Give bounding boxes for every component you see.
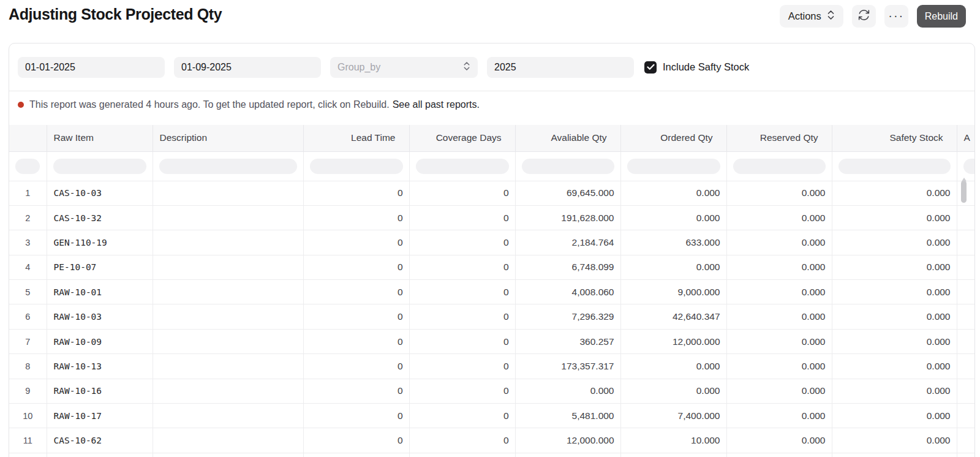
past-reports-link[interactable]: See all past reports.: [393, 99, 480, 110]
cell-avaliable-qty[interactable]: 69,645.000: [515, 181, 620, 205]
include-safety-stock-toggle[interactable]: Include Safty Stock: [644, 61, 749, 74]
cell-safety-stock[interactable]: 0.000: [832, 354, 957, 379]
cell-ordered-qty[interactable]: [620, 453, 726, 457]
cell-safety-stock[interactable]: 0.000: [832, 255, 957, 279]
cell-safety-stock[interactable]: 0.000: [832, 304, 957, 329]
cell-reserved-qty[interactable]: 0.000: [726, 280, 832, 304]
cell-safety-stock[interactable]: 0.000: [832, 205, 957, 230]
cell-lead-time[interactable]: [303, 453, 409, 457]
cell-coverage-days[interactable]: 0: [409, 181, 515, 205]
column-filter-input[interactable]: [15, 159, 40, 174]
to-date-input[interactable]: [174, 57, 321, 78]
cell-a[interactable]: [957, 404, 974, 428]
cell-description[interactable]: [153, 379, 303, 403]
cell-avaliable-qty[interactable]: 2,184.764: [515, 230, 620, 255]
cell-safety-stock[interactable]: 0.000: [832, 379, 957, 403]
column-header-coverage-days[interactable]: Coverage Days: [409, 125, 515, 151]
cell-reserved-qty[interactable]: [726, 453, 832, 457]
cell-ordered-qty[interactable]: 0.000: [620, 205, 726, 230]
column-header-safety-stock[interactable]: Safety Stock: [832, 125, 957, 151]
cell-raw-item[interactable]: RAW-10-16: [47, 379, 153, 403]
cell-coverage-days[interactable]: 0: [409, 428, 515, 453]
cell-raw-item[interactable]: [47, 453, 153, 457]
cell-reserved-qty[interactable]: 0.000: [726, 255, 832, 279]
column-filter-input[interactable]: [522, 159, 614, 174]
rebuild-button[interactable]: Rebuild: [917, 5, 966, 28]
cell-lead-time[interactable]: 0: [303, 255, 409, 279]
cell-description[interactable]: [153, 230, 303, 255]
cell-raw-item[interactable]: PE-10-07: [47, 255, 153, 279]
cell-a[interactable]: [957, 304, 974, 329]
cell-raw-item[interactable]: CAS-10-03: [47, 181, 153, 205]
cell-avaliable-qty[interactable]: 5,481.000: [515, 404, 620, 428]
cell-reserved-qty[interactable]: 0.000: [726, 379, 832, 403]
cell-a[interactable]: [957, 428, 974, 453]
cell-coverage-days[interactable]: 0: [409, 304, 515, 329]
column-filter-input[interactable]: [963, 159, 975, 174]
cell-description[interactable]: [153, 354, 303, 379]
cell-reserved-qty[interactable]: 0.000: [726, 404, 832, 428]
column-filter-input[interactable]: [159, 159, 297, 174]
cell-safety-stock[interactable]: 0.000: [832, 280, 957, 304]
cell-lead-time[interactable]: 0: [303, 181, 409, 205]
cell-avaliable-qty[interactable]: [515, 453, 620, 457]
cell-coverage-days[interactable]: 0: [409, 354, 515, 379]
cell-ordered-qty[interactable]: 42,640.347: [620, 304, 726, 329]
cell-ordered-qty[interactable]: 633.000: [620, 230, 726, 255]
cell-avaliable-qty[interactable]: 4,008.060: [515, 280, 620, 304]
column-filter-input[interactable]: [310, 159, 403, 174]
cell-ordered-qty[interactable]: 0.000: [620, 354, 726, 379]
cell-lead-time[interactable]: 0: [303, 428, 409, 453]
cell-coverage-days[interactable]: 0: [409, 230, 515, 255]
year-input[interactable]: [487, 57, 634, 78]
cell-coverage-days[interactable]: 0: [409, 280, 515, 304]
cell-safety-stock[interactable]: [832, 453, 957, 457]
cell-avaliable-qty[interactable]: 173,357.317: [515, 354, 620, 379]
cell-safety-stock[interactable]: 0.000: [832, 230, 957, 255]
cell-lead-time[interactable]: 0: [303, 404, 409, 428]
cell-ordered-qty[interactable]: 0.000: [620, 181, 726, 205]
cell-safety-stock[interactable]: 0.000: [832, 329, 957, 353]
cell-raw-item[interactable]: RAW-10-13: [47, 354, 153, 379]
cell-raw-item[interactable]: RAW-10-09: [47, 329, 153, 353]
column-header-a[interactable]: A: [957, 125, 974, 151]
cell-reserved-qty[interactable]: 0.000: [726, 230, 832, 255]
cell-ordered-qty[interactable]: 0.000: [620, 255, 726, 279]
refresh-button[interactable]: [852, 5, 876, 28]
cell-lead-time[interactable]: 0: [303, 354, 409, 379]
column-filter-input[interactable]: [627, 159, 720, 174]
cell-avaliable-qty[interactable]: 191,628.000: [515, 205, 620, 230]
cell-a[interactable]: [957, 255, 974, 279]
cell-raw-item[interactable]: RAW-10-03: [47, 304, 153, 329]
cell-reserved-qty[interactable]: 0.000: [726, 181, 832, 205]
column-header-lead-time[interactable]: Lead Time: [303, 125, 409, 151]
more-options-button[interactable]: ···: [884, 5, 908, 28]
include-safety-stock-checkbox[interactable]: [644, 61, 657, 74]
column-filter-input[interactable]: [839, 159, 951, 174]
cell-safety-stock[interactable]: 0.000: [832, 404, 957, 428]
cell-a[interactable]: [957, 354, 974, 379]
cell-reserved-qty[interactable]: 0.000: [726, 205, 832, 230]
cell-description[interactable]: [153, 280, 303, 304]
cell-coverage-days[interactable]: [409, 453, 515, 457]
cell-ordered-qty[interactable]: 7,400.000: [620, 404, 726, 428]
cell-avaliable-qty[interactable]: 6,748.099: [515, 255, 620, 279]
cell-raw-item[interactable]: CAS-10-62: [47, 428, 153, 453]
cell-a[interactable]: [957, 280, 974, 304]
cell-coverage-days[interactable]: 0: [409, 404, 515, 428]
column-header-avaliable-qty[interactable]: Avaliable Qty: [515, 125, 620, 151]
column-filter-input[interactable]: [416, 159, 509, 174]
cell-reserved-qty[interactable]: 0.000: [726, 354, 832, 379]
cell-a[interactable]: [957, 453, 974, 457]
cell-raw-item[interactable]: GEN-110-19: [47, 230, 153, 255]
column-header-ordered-qty[interactable]: Ordered Qty: [620, 125, 726, 151]
cell-avaliable-qty[interactable]: 12,000.000: [515, 428, 620, 453]
cell-a[interactable]: [957, 379, 974, 403]
cell-ordered-qty[interactable]: 12,000.000: [620, 329, 726, 353]
cell-description[interactable]: [153, 181, 303, 205]
column-header-row-index[interactable]: [9, 125, 47, 151]
cell-description[interactable]: [153, 428, 303, 453]
cell-reserved-qty[interactable]: 0.000: [726, 428, 832, 453]
cell-safety-stock[interactable]: 0.000: [832, 428, 957, 453]
column-header-reserved-qty[interactable]: Reserved Qty: [726, 125, 832, 151]
